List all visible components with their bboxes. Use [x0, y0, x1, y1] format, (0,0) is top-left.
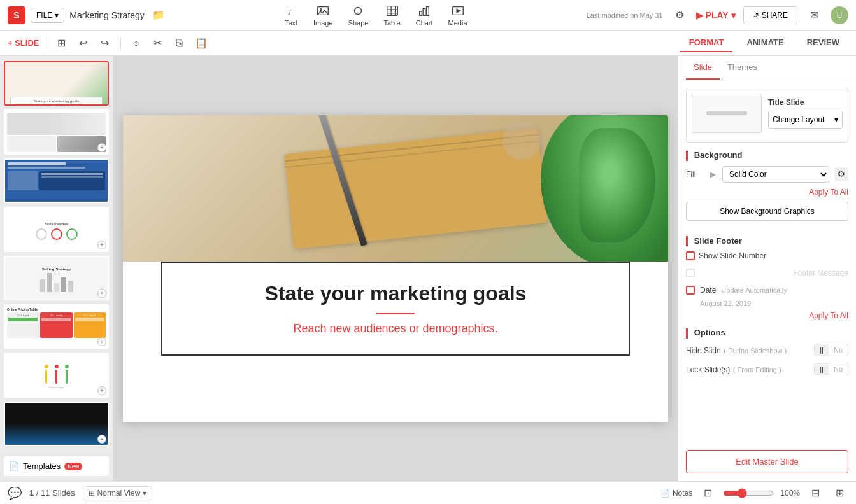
slide-sorter-icon[interactable]: ⊡ — [699, 484, 717, 502]
grid-view-icon[interactable]: ⊞ — [53, 34, 71, 52]
svg-point-2 — [320, 8, 322, 10]
notes-button[interactable]: 📄 Notes — [660, 489, 692, 498]
page-indicator: 1 / 11 Slides — [29, 488, 75, 498]
app-logo: S — [8, 6, 25, 24]
redo-icon[interactable]: ↪ — [96, 34, 114, 52]
toolbar-text[interactable]: T Text — [284, 4, 298, 27]
footer-message-input[interactable] — [699, 264, 789, 278]
svg-marker-13 — [457, 9, 460, 13]
options-section: Options Hide Slide ( During Slideshow ) … — [686, 328, 848, 375]
settings-icon[interactable]: ⚙ — [671, 6, 688, 24]
svg-text:T: T — [287, 7, 292, 16]
document-title[interactable]: Marketing Strategy — [69, 10, 145, 20]
slide-thumb-6[interactable]: 6 Online Pricing Table 2.01 /week 2.0+ /… — [4, 304, 109, 349]
slide-thumb-1[interactable]: 1 State your marketing goals — [4, 61, 109, 106]
hide-slide-toggle-pause[interactable]: || — [815, 344, 829, 356]
slide-thumb-7[interactable]: 7 — [4, 353, 109, 397]
comment-icon[interactable]: 💬 — [8, 486, 22, 500]
add-slide-button[interactable]: + SLIDE — [8, 38, 39, 48]
lock-slide-row: Lock Slide(s) ( From Editing ) || No — [686, 363, 848, 375]
tab-themes[interactable]: Themes — [720, 56, 765, 80]
zoom-slider[interactable] — [723, 488, 774, 498]
footer-section: Slide Footer Show Slide Number Footer Me… — [686, 236, 848, 321]
bottom-right: 📄 Notes ⊡ 100% ⊟ ⊞ — [660, 484, 848, 502]
slide-canvas[interactable]: State your marketing goals Reach new aud… — [123, 115, 668, 422]
footer-message-row: Footer Message — [686, 264, 848, 282]
add-after-slide-5[interactable]: + — [97, 289, 106, 298]
lock-slide-toggle-pause[interactable]: || — [815, 363, 829, 375]
hide-slide-toggle[interactable]: || No — [814, 344, 848, 356]
canvas-area: State your marketing goals Reach new aud… — [113, 56, 678, 481]
fill-settings-icon[interactable]: ⚙ — [834, 167, 848, 181]
mail-icon[interactable]: ✉ — [805, 6, 823, 24]
right-tabs: FORMAT ANIMATE REVIEW — [680, 34, 848, 52]
toolbar-media[interactable]: Media — [448, 4, 467, 27]
separator — [46, 37, 46, 50]
slide-thumb-2[interactable]: 2 + — [4, 109, 109, 154]
copy-icon[interactable]: ⎘ — [171, 34, 189, 52]
layout-name: Title Slide — [768, 98, 843, 107]
undo-icon[interactable]: ↩ — [75, 34, 92, 52]
add-after-slide-2[interactable]: + — [97, 143, 106, 152]
layout-preview-mini — [692, 94, 762, 133]
toolbar-shape[interactable]: Shape — [348, 4, 369, 27]
slide-thumb-3[interactable]: 3 — [4, 158, 109, 203]
tab-review[interactable]: REVIEW — [798, 34, 848, 52]
slide-thumb-8[interactable]: 8 + — [4, 402, 109, 446]
background-section: Background Fill ▶ Solid Color Gradient I… — [686, 150, 848, 228]
folder-icon: 📁 — [152, 9, 165, 21]
fill-label: Fill — [686, 170, 705, 179]
hide-slide-row: Hide Slide ( During Slideshow ) || No — [686, 344, 848, 356]
tab-format[interactable]: FORMAT — [680, 34, 733, 52]
paste-icon[interactable]: 📋 — [192, 34, 210, 52]
right-panel-tabs: Slide Themes — [678, 56, 856, 80]
date-checkbox[interactable] — [686, 286, 695, 295]
add-after-slide-8[interactable]: + — [97, 435, 106, 444]
play-button[interactable]: ▶ PLAY ▾ — [696, 10, 736, 20]
top-bar: S FILE ▾ Marketing Strategy 📁 T Text Ima… — [0, 0, 856, 31]
top-bar-right: Last modified on May 31 ⚙ ▶ PLAY ▾ ⇗ SHA… — [587, 6, 848, 24]
svg-rect-9 — [420, 11, 422, 15]
slide-panel: 1 State your marketing goals 2 — [0, 56, 113, 481]
change-layout-button[interactable]: Change Layout ▾ — [768, 111, 843, 129]
lock-slide-toggle-no[interactable]: No — [829, 363, 848, 375]
fill-select[interactable]: Solid Color Gradient Image None — [722, 166, 829, 183]
zoom-out-icon[interactable]: ⊟ — [806, 484, 824, 502]
apply-to-all-footer[interactable]: Apply To All — [686, 311, 848, 320]
svg-rect-10 — [423, 8, 425, 15]
lock-slide-toggle[interactable]: || No — [814, 363, 848, 375]
add-after-slide-4[interactable]: + — [97, 241, 106, 249]
apply-to-all-background[interactable]: Apply To All — [686, 188, 848, 197]
svg-rect-4 — [387, 6, 397, 15]
slide-thumb-4[interactable]: 4 Sales Overview + — [4, 207, 109, 251]
add-after-slide-7[interactable]: + — [97, 386, 106, 395]
bottom-bar: 💬 1 / 11 Slides ⊞ Normal View ▾ 📄 Notes … — [0, 481, 856, 504]
tab-animate[interactable]: ANIMATE — [738, 34, 792, 52]
user-avatar[interactable]: U — [831, 6, 848, 24]
zoom-level: 100% — [780, 489, 800, 498]
options-header: Options — [686, 328, 848, 339]
cut-icon[interactable]: ✂ — [149, 34, 167, 52]
tab-slide[interactable]: Slide — [686, 56, 720, 80]
view-selector[interactable]: ⊞ Normal View ▾ — [83, 486, 153, 500]
share-button[interactable]: ⇗ SHARE — [743, 6, 797, 24]
show-slide-number-checkbox[interactable] — [686, 251, 695, 260]
show-background-graphics-button[interactable]: Show Background Graphics — [686, 202, 848, 221]
toolbar-image[interactable]: Image — [313, 4, 333, 27]
toolbar-table[interactable]: Table — [383, 4, 400, 27]
edit-master-slide-button[interactable]: Edit Master Slide — [686, 450, 848, 473]
zoom-fit-icon[interactable]: ⊞ — [831, 484, 848, 502]
slide-thumb-5[interactable]: 5 Selling Strategy + — [4, 256, 109, 300]
right-panel: Slide Themes Title Slide Change Layout ▾ — [678, 56, 856, 481]
slide-title: State your marketing goals — [188, 282, 603, 305]
slide-subtitle: Reach new audiences or demographics. — [188, 322, 603, 335]
file-menu-button[interactable]: FILE ▾ — [31, 8, 64, 23]
hide-slide-toggle-no[interactable]: No — [829, 344, 848, 356]
footer-message-checkbox[interactable] — [686, 269, 695, 277]
templates-button[interactable]: 📄 Templates New — [4, 456, 109, 476]
svg-rect-11 — [427, 6, 429, 15]
animate-icon[interactable]: ⟐ — [127, 34, 145, 52]
background-header: Background — [686, 150, 848, 161]
toolbar-chart[interactable]: Chart — [416, 4, 433, 27]
slide-content-area[interactable]: State your marketing goals Reach new aud… — [161, 262, 630, 356]
